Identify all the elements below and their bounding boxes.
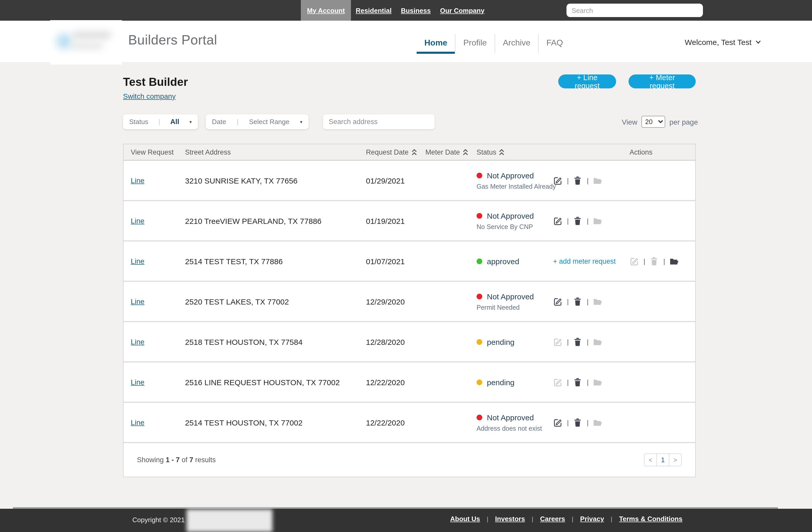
chevron-down-icon (756, 40, 761, 44)
action-divider: | (567, 176, 569, 184)
company-logo[interactable] (50, 20, 122, 64)
trash-icon[interactable] (573, 297, 583, 306)
status-filter-dropdown[interactable]: Status | All ▾ (123, 114, 198, 129)
action-divider: | (587, 418, 589, 426)
per-page-select[interactable]: 20 (641, 116, 665, 128)
trash-icon[interactable] (573, 417, 583, 427)
pagination: < 1 > (644, 454, 682, 466)
line-request-button[interactable]: + Line request (558, 74, 616, 88)
edit-icon[interactable] (553, 377, 563, 387)
sort-icon[interactable] (463, 149, 468, 155)
action-divider: | (567, 338, 569, 346)
view-request-link[interactable]: Line (131, 378, 144, 386)
filter-divider: | (237, 118, 238, 126)
footer-link-terms[interactable]: Terms & Conditions (619, 515, 683, 523)
trash-icon[interactable] (573, 216, 583, 226)
folder-icon[interactable] (593, 417, 603, 427)
table-header-row: View Request Street Address Request Date… (124, 144, 695, 161)
status-label: Not Approved (487, 211, 534, 220)
folder-icon[interactable] (593, 297, 603, 306)
status-cell: pending (477, 337, 553, 346)
edit-icon[interactable] (553, 337, 563, 347)
footer-link-about-us[interactable]: About Us (450, 515, 480, 523)
action-divider: | (567, 298, 569, 305)
status-filter-label: Status (129, 118, 148, 126)
view-request-link[interactable]: Line (131, 176, 144, 185)
action-divider: | (587, 338, 589, 346)
page: My Account Residential Business Our Comp… (0, 0, 812, 532)
folder-icon[interactable] (593, 337, 603, 347)
footer-link-privacy[interactable]: Privacy (580, 515, 604, 523)
status-dot (477, 258, 482, 264)
tab-faq[interactable]: FAQ (538, 34, 571, 54)
view-request-link[interactable]: Line (131, 217, 144, 225)
row-actions: | | (553, 417, 629, 427)
tab-archive[interactable]: Archive (495, 34, 538, 54)
logo-text-blur (72, 31, 111, 39)
nav-business[interactable]: Business (396, 6, 435, 14)
site-search-input[interactable] (566, 4, 703, 17)
nav-residential[interactable]: Residential (351, 6, 396, 14)
trash-icon[interactable] (573, 377, 583, 387)
logo-mark (56, 33, 72, 49)
folder-icon[interactable] (669, 256, 679, 266)
switch-company-link[interactable]: Switch company (123, 92, 176, 100)
street-address: 3210 SUNRISE KATY, TX 77656 (185, 176, 366, 185)
pagination-prev-button[interactable]: < (644, 454, 656, 466)
view-request-link[interactable]: Line (131, 257, 144, 265)
add-meter-request-link[interactable]: + add meter request (553, 257, 615, 265)
per-page-label: per page (669, 118, 698, 126)
page-title: Builders Portal (128, 32, 217, 48)
date-filter-dropdown[interactable]: Date | Select Range ▾ (206, 114, 308, 129)
view-request-link[interactable]: Line (131, 337, 144, 346)
row-actions: | | (553, 216, 629, 226)
date-filter-label: Date (212, 118, 226, 126)
row-actions: | | (629, 256, 695, 266)
status-label: pending (487, 378, 514, 387)
site-footer: Copyright © 2021 About Us | Investors | … (0, 509, 812, 532)
address-search-input[interactable] (323, 114, 435, 129)
status-cell: pending (477, 378, 553, 387)
status-filter-value: All (170, 118, 179, 126)
street-address: 2520 TEST LAKES, TX 77002 (185, 297, 366, 306)
tab-home[interactable]: Home (417, 34, 455, 54)
folder-icon[interactable] (593, 175, 603, 185)
meter-request-button[interactable]: + Meter request (628, 74, 696, 88)
sort-icon[interactable] (499, 149, 505, 155)
results-summary: Showing 1 - 7 of 7 results (137, 456, 216, 464)
trash-icon[interactable] (573, 337, 583, 347)
col-meter-date[interactable]: Meter Date (425, 148, 477, 156)
view-request-link[interactable]: Line (131, 418, 144, 427)
folder-icon[interactable] (593, 216, 603, 226)
pagination-page-1[interactable]: 1 (656, 454, 669, 466)
builder-name-heading: Test Builder (123, 75, 188, 89)
view-request-link[interactable]: Line (131, 297, 144, 305)
edit-icon[interactable] (553, 297, 563, 306)
action-divider: | (567, 217, 569, 225)
status-cell: Not Approved Permit Needed (477, 292, 553, 311)
sort-icon[interactable] (411, 149, 417, 155)
edit-icon[interactable] (553, 417, 563, 427)
col-request-date[interactable]: Request Date (366, 148, 425, 156)
request-date: 12/22/2020 (366, 378, 425, 387)
folder-icon[interactable] (593, 377, 603, 387)
tab-profile[interactable]: Profile (455, 34, 495, 54)
status-label: Not Approved (487, 171, 534, 179)
table-row: Line 2514 TEST HOUSTON, TX 77002 12/22/2… (124, 402, 695, 442)
status-cell: approved (477, 257, 553, 265)
status-reason: Address does not exist (477, 425, 553, 432)
nav-my-account[interactable]: My Account (301, 0, 351, 21)
edit-icon[interactable] (629, 256, 639, 266)
row-actions: | | (553, 297, 629, 306)
footer-link-investors[interactable]: Investors (495, 515, 525, 523)
edit-icon[interactable] (553, 216, 563, 226)
status-label: Not Approved (487, 292, 534, 301)
footer-link-careers[interactable]: Careers (540, 515, 565, 523)
edit-icon[interactable] (553, 175, 563, 185)
pagination-next-button[interactable]: > (669, 454, 681, 466)
trash-icon[interactable] (573, 175, 583, 185)
user-menu[interactable]: Welcome, Test Test (685, 38, 761, 46)
trash-icon[interactable] (650, 256, 659, 266)
col-status[interactable]: Status (477, 148, 553, 156)
nav-our-company[interactable]: Our Company (435, 6, 489, 14)
